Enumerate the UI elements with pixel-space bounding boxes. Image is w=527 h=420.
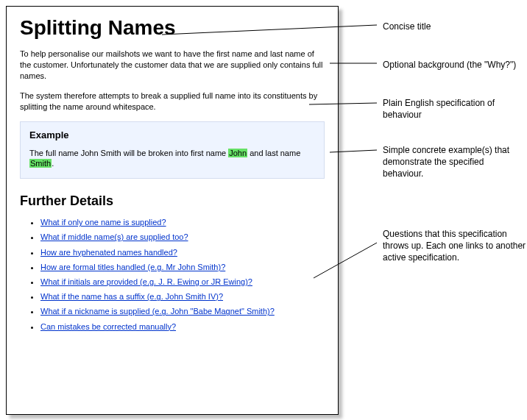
further-details-list: What if only one name is supplied? What … [20,218,325,332]
example-heading: Example [29,129,315,140]
further-details-heading: Further Details [20,193,325,209]
list-item: What if a nickname is supplied (e.g. Joh… [40,307,325,316]
annotation-example: Simple concrete example(s) that demonstr… [383,144,527,180]
example-box: Example The full name John Smith will be… [20,121,325,179]
page-title: Splitting Names [20,17,325,38]
list-item: How are formal titles handled (e.g. Mr J… [40,263,325,272]
list-item: Can mistakes be corrected manually? [40,322,325,332]
spec-link[interactable]: What if initials are provided (e.g. J. R… [40,277,252,286]
example-last-highlight: Smith [29,159,52,168]
list-item: What if initials are provided (e.g. J. R… [40,277,325,287]
spec-link[interactable]: How are formal titles handled (e.g. Mr J… [40,263,225,271]
example-first-highlight: John [228,149,247,157]
spec-link[interactable]: What if middle name(s) are supplied too? [40,232,188,241]
annotation-questions: Questions that this specification throws… [383,228,527,264]
background-paragraph: To help personalise our mailshots we wan… [20,49,325,82]
list-item: What if only one name is supplied? [40,218,325,227]
annotation-background: Optional background (the "Why?") [383,59,516,71]
list-item: What if the name has a suffix (e.g. John… [40,292,325,302]
spec-link[interactable]: What if the name has a suffix (e.g. John… [40,292,223,301]
list-item: What if middle name(s) are supplied too? [40,232,325,242]
spec-link[interactable]: Can mistakes be corrected manually? [40,322,176,331]
spec-paragraph: The system therefore attempts to break a… [20,90,325,113]
list-item: How are hyphenated names handled? [40,248,325,257]
spec-link[interactable]: How are hyphenated names handled? [40,248,177,257]
example-suffix: . [52,159,54,168]
spec-document: Splitting Names To help personalise our … [6,6,339,415]
example-prefix: The full name John Smith will be broken … [29,149,228,157]
annotation-title: Concise title [383,21,431,32]
spec-link[interactable]: What if only one name is supplied? [40,218,166,227]
annotation-spec: Plain English specification of behaviour [383,97,527,121]
spec-link[interactable]: What if a nickname is supplied (e.g. Joh… [40,307,275,316]
example-text: The full name John Smith will be broken … [29,148,315,170]
example-mid: and last name [247,149,300,157]
